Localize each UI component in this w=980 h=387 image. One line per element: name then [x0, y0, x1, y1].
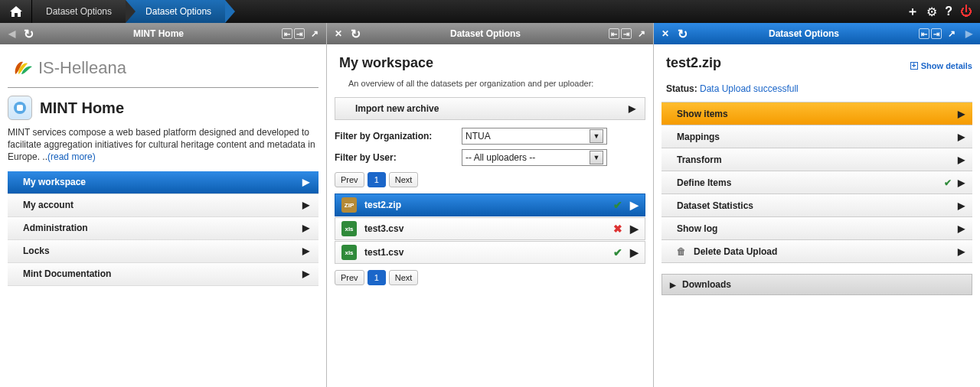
- panel-header: ◀ ↻ MINT Home ⇤⇥ ↗: [0, 23, 326, 44]
- option-row[interactable]: Mappings▶: [662, 125, 972, 148]
- chevron-right-icon: ▶: [630, 199, 639, 211]
- pager-top: Prev 1 Next: [335, 172, 645, 187]
- forward-icon[interactable]: ▶: [962, 27, 975, 41]
- refresh-icon[interactable]: ↻: [21, 27, 35, 41]
- option-label: Delete Data Upload: [694, 246, 777, 257]
- nav-item[interactable]: My account▶: [8, 194, 318, 217]
- top-bar: Dataset Options Dataset Options ＋ ⚙ ? ⏻: [0, 0, 980, 23]
- show-details-button[interactable]: + Show details: [910, 61, 972, 70]
- file-type-icon: xls: [341, 245, 357, 260]
- file-name: test3.csv: [364, 223, 606, 234]
- top-actions: ＋ ⚙ ? ⏻: [899, 0, 980, 23]
- power-icon[interactable]: ⏻: [960, 5, 972, 18]
- error-icon: ✖: [613, 223, 622, 235]
- file-row[interactable]: xlstest3.csv✖▶: [335, 217, 645, 240]
- refresh-icon[interactable]: ↻: [348, 27, 362, 41]
- file-row[interactable]: xlstest1.csv✔▶: [335, 241, 645, 264]
- popup-icon[interactable]: ↗: [945, 27, 959, 41]
- option-row[interactable]: Define Items✔▶: [662, 171, 972, 194]
- panel-header: ✕ ↻ Dataset Options ⇤⇥ ↗: [327, 23, 653, 44]
- close-icon[interactable]: ✕: [332, 27, 345, 41]
- filter-user-select[interactable]: -- All uploaders --▼: [462, 149, 607, 166]
- chevron-right-icon: ▶: [958, 223, 965, 234]
- chevron-right-icon: ▶: [302, 268, 309, 279]
- check-icon: ✔: [944, 177, 952, 188]
- gear-icon[interactable]: ⚙: [926, 5, 937, 19]
- page-title: MINT Home: [40, 99, 124, 117]
- window-expand-icon[interactable]: ⇤⇥: [609, 28, 632, 39]
- filter-org-select[interactable]: NTUA▼: [462, 128, 607, 145]
- refresh-icon[interactable]: ↻: [675, 27, 689, 41]
- chevron-right-icon: ▶: [630, 223, 639, 235]
- read-more-link[interactable]: (read more): [47, 151, 96, 162]
- home-button[interactable]: [0, 0, 32, 23]
- panel-title: Dataset Options: [367, 28, 604, 39]
- workspace-heading: My workspace: [339, 55, 645, 71]
- pager-page[interactable]: 1: [368, 270, 386, 285]
- option-label: Show log: [677, 223, 717, 234]
- chevron-down-icon: ▼: [590, 151, 603, 164]
- chevron-right-icon: ▶: [302, 200, 309, 210]
- page-description: MINT services compose a web based platfo…: [8, 126, 318, 164]
- nav-item[interactable]: Administration▶: [8, 217, 318, 240]
- mint-icon: [8, 96, 32, 120]
- option-row[interactable]: Transform▶: [662, 148, 972, 171]
- pager-next[interactable]: Next: [389, 270, 419, 285]
- pager-prev[interactable]: Prev: [335, 270, 364, 285]
- pager-next[interactable]: Next: [389, 172, 419, 187]
- svg-rect-1: [17, 105, 23, 111]
- popup-icon[interactable]: ↗: [635, 27, 648, 41]
- window-expand-icon[interactable]: ⇤⇥: [282, 28, 305, 39]
- panel-header: ✕ ↻ Dataset Options ⇤⇥ ↗ ▶: [654, 23, 980, 44]
- leaf-icon: [12, 59, 34, 77]
- chevron-down-icon: ▼: [590, 129, 603, 143]
- status-link[interactable]: Data Upload successfull: [700, 83, 799, 94]
- back-icon[interactable]: ◀: [5, 27, 18, 41]
- chevron-right-icon: ▶: [302, 246, 309, 256]
- close-icon[interactable]: ✕: [658, 27, 672, 41]
- option-row[interactable]: Dataset Statistics▶: [662, 194, 972, 217]
- nav-item[interactable]: Mint Documentation▶: [8, 263, 318, 286]
- option-label: Define Items: [677, 177, 731, 188]
- nav-item[interactable]: Locks▶: [8, 240, 318, 263]
- panel-title: MINT Home: [40, 28, 277, 39]
- help-icon[interactable]: ?: [945, 5, 952, 18]
- option-label: Dataset Statistics: [677, 200, 753, 211]
- option-row[interactable]: Show items▶: [662, 102, 972, 125]
- nav-item[interactable]: My workspace▶: [8, 171, 318, 194]
- window-expand-icon[interactable]: ⇤⇥: [919, 28, 942, 39]
- breadcrumb-item[interactable]: Dataset Options: [126, 0, 225, 23]
- file-row[interactable]: ZIPtest2.zip✔▶: [335, 194, 645, 216]
- option-row[interactable]: 🗑Delete Data Upload▶: [662, 240, 972, 263]
- chevron-right-icon: ▶: [958, 109, 965, 119]
- downloads-section[interactable]: ▶ Downloads: [662, 274, 972, 295]
- nav-label: My account: [23, 200, 74, 210]
- breadcrumb-item[interactable]: Dataset Options: [32, 0, 126, 23]
- panel-right: ✕ ↻ Dataset Options ⇤⇥ ↗ ▶ test2.zip + S…: [654, 23, 980, 387]
- chevron-right-icon: ▶: [302, 177, 309, 187]
- trash-icon: 🗑: [677, 246, 686, 257]
- plus-icon: +: [910, 62, 918, 70]
- panel-title: Dataset Options: [694, 28, 914, 39]
- pager-prev[interactable]: Prev: [335, 172, 364, 187]
- option-label: Mappings: [677, 132, 720, 142]
- app-logo: IS-Helleana: [8, 52, 318, 88]
- nav-label: Mint Documentation: [23, 268, 111, 279]
- workspace-sub: An overview of all the datasets per orga…: [348, 79, 645, 88]
- pager-page[interactable]: 1: [368, 172, 386, 187]
- panel-mid: ✕ ↻ Dataset Options ⇤⇥ ↗ My workspace An…: [327, 23, 654, 387]
- option-label: Transform: [677, 154, 722, 165]
- nav-label: Administration: [23, 223, 88, 233]
- popup-icon[interactable]: ↗: [308, 27, 322, 41]
- option-row[interactable]: Show log▶: [662, 217, 972, 240]
- chevron-right-icon: ▶: [958, 177, 965, 188]
- panel-left: ◀ ↻ MINT Home ⇤⇥ ↗ IS-Helleana MINT Home…: [0, 23, 327, 387]
- check-icon: ✔: [613, 199, 622, 211]
- chevron-right-icon: ▶: [958, 200, 965, 211]
- nav-label: My workspace: [23, 177, 86, 187]
- chevron-right-icon: ▶: [630, 246, 639, 259]
- chevron-right-icon: ▶: [629, 103, 635, 114]
- import-archive-button[interactable]: Import new archive▶: [335, 97, 645, 120]
- filter-user-label: Filter by User:: [335, 152, 457, 163]
- plus-icon[interactable]: ＋: [906, 4, 919, 20]
